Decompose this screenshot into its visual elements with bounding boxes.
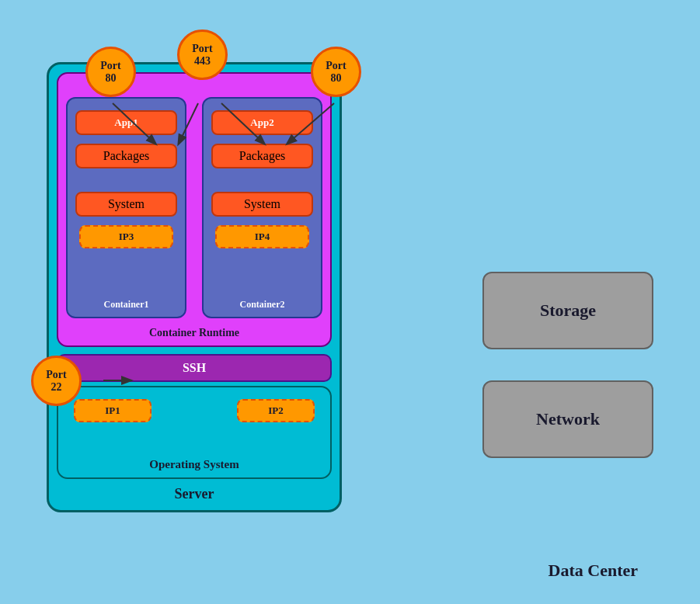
os-label: Operating System xyxy=(149,458,239,471)
port-443-bubble: Port 443 xyxy=(177,30,228,80)
container2-label: Container2 xyxy=(240,299,285,311)
server-box: Operating System IP1 IP2 SSH Container R… xyxy=(47,62,342,512)
ssh-label: SSH xyxy=(183,361,206,375)
system2-box: System xyxy=(211,192,313,217)
port-80-left-bubble: Port 80 xyxy=(85,47,136,97)
ip3-box: IP3 xyxy=(79,225,173,248)
port-22-bubble: Port 22 xyxy=(31,356,82,406)
container1-label: Container1 xyxy=(104,299,149,311)
ssh-bar: SSH xyxy=(57,354,332,382)
datacenter-label: Data Center xyxy=(549,561,638,581)
ip2-box: IP2 xyxy=(237,399,315,422)
storage-box: Storage xyxy=(482,272,653,349)
packages1-box: Packages xyxy=(75,144,177,168)
container-runtime-label: Container Runtime xyxy=(149,327,239,339)
server-label: Server xyxy=(175,486,214,502)
container2-box: Container2 App2 Packages System IP4 xyxy=(202,97,322,318)
port-80-right-bubble: Port 80 xyxy=(311,47,361,97)
app2-box: App2 xyxy=(211,110,313,135)
ip4-box: IP4 xyxy=(215,225,309,248)
system1-box: System xyxy=(75,192,177,217)
network-label: Network xyxy=(536,409,600,429)
app1-box: App1 xyxy=(75,110,177,135)
ip1-box: IP1 xyxy=(74,399,151,422)
os-box: Operating System IP1 IP2 xyxy=(57,386,332,479)
packages2-box: Packages xyxy=(211,144,313,168)
container1-box: Container1 App1 Packages System IP3 xyxy=(66,97,186,318)
storage-label: Storage xyxy=(540,300,596,321)
network-box: Network xyxy=(482,380,653,458)
container-runtime-box: Container Runtime Container1 App1 Packag… xyxy=(57,72,332,347)
